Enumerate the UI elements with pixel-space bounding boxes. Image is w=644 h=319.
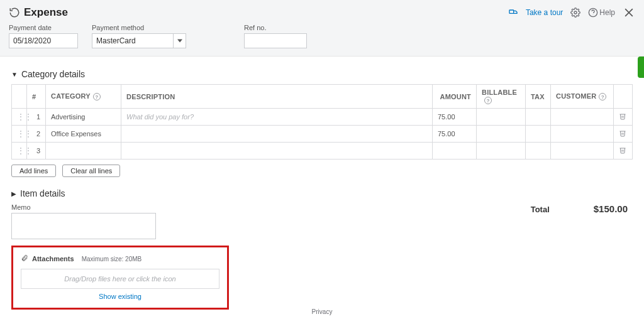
billable-cell[interactable] [477,109,526,126]
payment-method-input[interactable] [92,33,174,48]
col-num-header: # [27,85,46,109]
help-circle-icon[interactable]: ? [484,97,492,104]
memo-input[interactable] [11,213,156,239]
description-cell[interactable]: What did you pay for? [121,109,433,126]
payment-method-field: Payment method [92,24,186,48]
amount-cell[interactable]: 75.00 [433,126,477,143]
show-existing-link[interactable]: Show existing [21,293,219,300]
trash-icon[interactable] [619,114,626,121]
amount-cell[interactable] [433,143,477,160]
category-table: # CATEGORY? DESCRIPTION AMOUNT BILLABLE?… [11,84,633,160]
clear-all-lines-button[interactable]: Clear all lines [62,165,120,177]
add-lines-button[interactable]: Add lines [11,165,56,177]
gear-icon[interactable] [570,8,580,18]
item-details-title: Item details [20,188,65,198]
svg-point-1 [574,11,577,14]
attachments-max-size: Maximum size: 20MB [82,256,142,262]
tour-icon[interactable] [508,8,518,18]
chevron-down-icon: ▼ [11,71,18,78]
category-cell[interactable]: Office Expenses [46,126,121,143]
drag-handle-icon[interactable]: ⋮⋮ [17,146,32,155]
description-cell[interactable] [121,143,433,160]
payment-date-label: Payment date [9,24,78,31]
paperclip-icon [21,254,28,264]
category-details-toggle[interactable]: ▼ Category details [11,69,633,79]
attachments-section: Attachments Maximum size: 20MB Drag/Drop… [11,246,229,310]
side-drawer-handle[interactable] [638,57,644,78]
attachments-title: Attachments [32,255,74,262]
page-title: Expense [24,6,68,19]
customer-cell[interactable] [551,126,614,143]
col-description-header: DESCRIPTION [121,85,433,109]
billable-cell[interactable] [477,143,526,160]
trash-icon[interactable] [619,131,626,138]
amount-cell[interactable]: 75.00 [433,109,477,126]
close-icon[interactable] [623,6,635,19]
drag-handle-icon[interactable]: ⋮⋮ [17,112,32,121]
back-history-icon[interactable] [9,7,20,18]
privacy-link[interactable]: Privacy [312,308,333,315]
header-bar: Expense Take a tour Help [0,0,644,57]
memo-label: Memo [11,203,156,211]
chevron-right-icon: ▶ [11,190,16,197]
total-value: $150.00 [594,203,628,214]
drag-handle-icon[interactable]: ⋮⋮ [17,129,32,138]
ref-no-label: Ref no. [244,24,307,31]
tax-cell[interactable] [526,143,551,160]
tax-cell[interactable] [526,109,551,126]
help-circle-icon[interactable]: ? [599,93,606,100]
col-billable-header: BILLABLE? [477,85,526,109]
item-details-toggle[interactable]: ▶ Item details [11,188,633,198]
description-cell[interactable] [121,126,433,143]
svg-marker-6 [177,40,182,43]
payment-date-field: Payment date [9,24,78,48]
category-cell[interactable] [46,143,121,160]
customer-cell[interactable] [551,109,614,126]
payment-method-caret[interactable] [174,33,186,48]
col-tax-header: TAX [526,85,551,109]
col-customer-header: CUSTOMER? [551,85,614,109]
table-row[interactable]: ⋮⋮ 1 Advertising What did you pay for? 7… [12,109,633,126]
help-icon[interactable]: Help [588,8,615,18]
table-row[interactable]: ⋮⋮ 2 Office Expenses 75.00 [12,126,633,143]
total-label: Total [531,205,550,214]
ref-no-field: Ref no. [244,24,307,48]
attachments-drop-zone[interactable]: Drag/Drop files here or click the icon [21,269,219,289]
tax-cell[interactable] [526,126,551,143]
trash-icon[interactable] [619,148,626,155]
svg-rect-0 [509,10,514,13]
help-label: Help [599,8,615,17]
category-details-title: Category details [21,69,85,79]
take-tour-link[interactable]: Take a tour [526,8,563,17]
category-cell[interactable]: Advertising [46,109,121,126]
customer-cell[interactable] [551,143,614,160]
col-amount-header: AMOUNT [433,85,477,109]
payment-method-label: Payment method [92,24,186,31]
help-circle-icon[interactable]: ? [93,93,101,100]
billable-cell[interactable] [477,126,526,143]
table-row[interactable]: ⋮⋮ 3 [12,143,633,160]
ref-no-input[interactable] [244,33,307,48]
payment-date-input[interactable] [9,33,78,48]
col-category-header: CATEGORY? [46,85,121,109]
